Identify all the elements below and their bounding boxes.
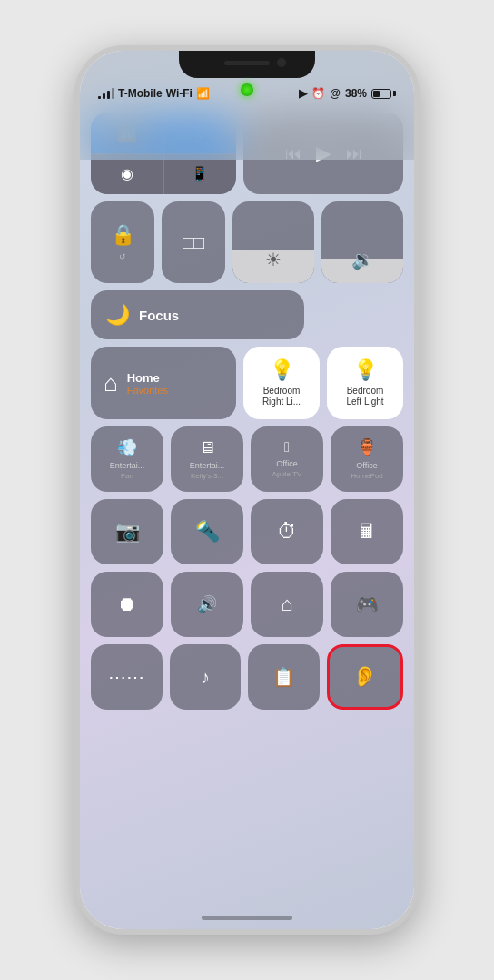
notes-icon: 📋	[272, 666, 295, 688]
control-center: 📶 ⬦ ◉ 📱 ⏮ ▶ ⏭	[91, 113, 403, 884]
navigation-icon: ▶	[299, 87, 307, 100]
carrier-name: T-Mobile	[118, 87, 163, 100]
rotation-lock-button[interactable]: 🔒 ↺	[91, 201, 154, 283]
qr-code-button[interactable]: ⋯⋯	[91, 644, 163, 710]
notch-camera	[277, 58, 286, 67]
battery-percent: 38%	[345, 87, 367, 100]
home-favorites-button[interactable]: ⌂ Home Favorites	[91, 347, 236, 419]
qr-code-icon: ⋯⋯	[108, 666, 144, 688]
status-bar: T-Mobile Wi-Fi 📶 ▶ ⏰ @ 38%	[80, 80, 414, 107]
last-row: ⋯⋯ ♪ 📋 👂	[91, 644, 403, 710]
notch	[179, 51, 315, 78]
hotspot-icon: 📱	[191, 165, 209, 182]
volume-icon: 🔉	[351, 249, 374, 270]
entertain-kellys-button[interactable]: 🖥 Entertai...Kelly's 3...	[171, 426, 243, 492]
camera-icon: 📷	[115, 520, 140, 544]
home-row: ⌂ Home Favorites 💡 BedroomRight Li... 💡 …	[91, 347, 403, 419]
carrier-info: T-Mobile Wi-Fi 📶	[98, 87, 210, 100]
hearing-button[interactable]: 👂	[327, 644, 404, 710]
timer-button[interactable]: ⏱	[251, 499, 323, 564]
calculator-button[interactable]: 🖩	[331, 499, 403, 564]
office-homepod-button[interactable]: 🏺 OfficeHomePod	[331, 426, 403, 492]
location-icon: @	[330, 87, 341, 100]
bedroom-right-label: BedroomRight Li...	[262, 386, 301, 407]
light-bulb-icon-left: 💡	[353, 358, 378, 382]
office-apple-tv-button[interactable]:  OfficeApple TV	[251, 426, 323, 492]
wifi-icon: 📶	[196, 87, 210, 100]
bottom-row1: ⏺ 🔊 ⌂ 🎮	[91, 572, 403, 637]
entertain-fan-button[interactable]: 💨 Entertai...Fan	[91, 426, 163, 492]
notes-button[interactable]: 📋	[248, 644, 320, 710]
fan-icon: 💨	[117, 437, 137, 457]
moon-icon: 🌙	[105, 303, 130, 327]
shazam-button[interactable]: ♪	[170, 644, 242, 710]
battery-indicator	[371, 89, 396, 99]
bedroom-left-light-button[interactable]: 💡 BedroomLeft Light	[327, 347, 403, 419]
volume-slider[interactable]: 🔉	[321, 201, 403, 283]
home-icon: ⌂	[104, 369, 118, 397]
office-apple-tv-label: OfficeApple TV	[272, 459, 302, 479]
brightness-icon: ☀	[265, 249, 282, 270]
home-title: Home	[127, 371, 168, 385]
screen-mirror-icon: □□	[183, 232, 204, 253]
camera-button[interactable]: 📷	[91, 499, 163, 564]
bedroom-left-label: BedroomLeft Light	[346, 386, 383, 407]
tv-icon: 🖥	[199, 438, 215, 457]
apple-tv-icon: 	[284, 439, 290, 456]
utility-row: 📷 🔦 ⏱ 🖩	[91, 499, 403, 564]
alarm-icon: ⏰	[311, 87, 325, 100]
light-bulb-icon-right: 💡	[270, 358, 294, 382]
timer-icon: ⏱	[277, 520, 297, 544]
wifi-status: Wi-Fi	[166, 87, 193, 100]
home-subtitle: Favorites	[127, 385, 168, 396]
home-control-icon: ⌂	[281, 593, 292, 616]
rotation-lock-icon: 🔒	[111, 223, 135, 247]
bedroom-right-light-button[interactable]: 💡 BedroomRight Li...	[243, 347, 320, 419]
hearing-icon: 👂	[352, 665, 377, 689]
scene-row: 💨 Entertai...Fan 🖥 Entertai...Kelly's 3.…	[91, 426, 403, 492]
brightness-slider[interactable]: ☀	[232, 201, 314, 283]
home-control-button[interactable]: ⌂	[251, 572, 323, 637]
hotspot-button[interactable]: 📱	[164, 154, 237, 195]
phone-frame: T-Mobile Wi-Fi 📶 ▶ ⏰ @ 38%	[74, 45, 420, 935]
office-homepod-label: OfficeHomePod	[351, 461, 383, 481]
home-indicator[interactable]	[202, 916, 292, 920]
focus-button[interactable]: 🌙 Focus	[91, 290, 304, 339]
flashlight-button[interactable]: 🔦	[171, 499, 243, 564]
screen-mirror-button[interactable]: □□	[162, 201, 225, 283]
notch-speaker	[224, 61, 270, 65]
airdrop-icon: ◉	[121, 165, 133, 182]
calculator-icon: 🖩	[357, 520, 377, 544]
flashlight-icon: 🔦	[195, 520, 220, 544]
homepod-icon: 🏺	[357, 437, 377, 457]
shazam-icon: ♪	[201, 667, 210, 688]
focus-row: 🌙 Focus	[91, 290, 403, 339]
sound-recognition-icon: 🔊	[197, 594, 217, 614]
remote-icon: 🎮	[356, 593, 379, 615]
screen-record-icon: ⏺	[117, 593, 137, 616]
focus-label: Focus	[139, 308, 179, 323]
phone-screen: T-Mobile Wi-Fi 📶 ▶ ⏰ @ 38%	[80, 51, 414, 929]
entertain-kellys-label: Entertai...Kelly's 3...	[190, 461, 225, 481]
controls-row: 🔒 ↺ □□ ☀	[91, 201, 403, 283]
signal-icon	[98, 88, 114, 99]
remote-button[interactable]: 🎮	[331, 572, 403, 637]
sound-recognition-button[interactable]: 🔊	[171, 572, 243, 637]
status-right: ▶ ⏰ @ 38%	[299, 87, 396, 100]
airdrop-button[interactable]: ◉	[91, 154, 163, 195]
screen-record-button[interactable]: ⏺	[91, 572, 163, 637]
entertain-fan-label: Entertai...Fan	[110, 461, 145, 481]
